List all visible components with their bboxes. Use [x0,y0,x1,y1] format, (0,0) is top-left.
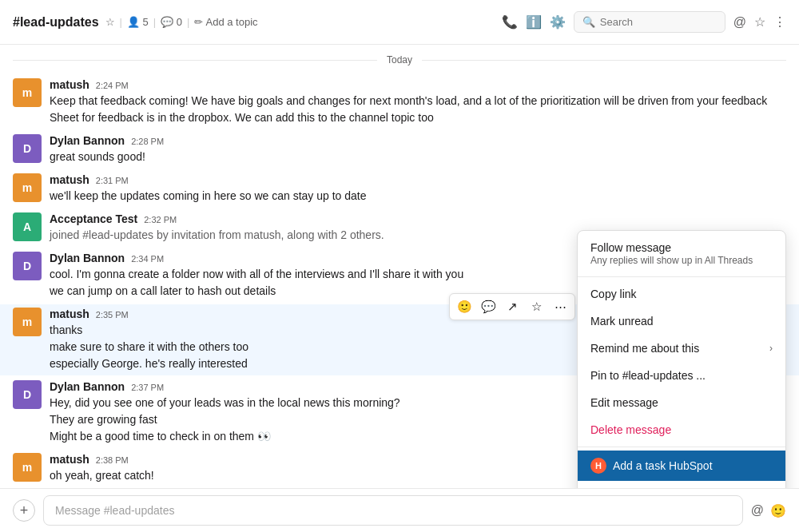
menu-divider [578,447,785,447]
message-time: 2:37 PM [131,383,164,392]
menu-divider [578,276,785,277]
messages-area: Today m matush 2:24 PM Keep that feedbac… [0,45,799,488]
message-author[interactable]: matush [50,308,89,320]
avatar: D [13,134,42,163]
message-text: we'll keep the updates coming in here so… [50,188,786,204]
message-group: m matush 2:31 PM we'll keep the updates … [0,170,799,208]
info-icon[interactable]: ℹ️ [526,14,542,30]
message-group: D Dylan Bannon 2:28 PM great sounds good… [0,131,799,169]
message-time: 2:34 PM [131,254,164,264]
header: #lead-updates ☆ | 👤 5 | 💬 0 | ✏ Add a to… [0,0,799,45]
emoji-compose-icon[interactable]: 🙂 [770,503,786,518]
search-input[interactable] [600,16,717,28]
avatar: m [13,78,42,107]
message-author[interactable]: Dylan Bannon [50,380,125,393]
bookmark-icon[interactable]: ☆ [754,14,765,30]
at-compose-icon[interactable]: @ [751,503,764,518]
message-author[interactable]: Dylan Bannon [50,134,125,147]
message-author[interactable]: matush [50,78,89,91]
star-icon[interactable]: ☆ [105,16,115,28]
message-time: 2:31 PM [96,176,129,185]
threads-count[interactable]: 💬 0 [161,16,182,28]
message-content: matush 2:24 PM Keep that feedback coming… [50,78,786,126]
avatar: D [13,380,42,409]
follow-message-item[interactable]: Follow message Any replies will show up … [578,234,785,273]
search-icon: 🔍 [582,16,595,28]
message-time: 2:35 PM [96,310,129,320]
avatar: D [13,252,42,280]
channel-title[interactable]: #lead-updates [13,15,99,30]
message-author[interactable]: Dylan Bannon [50,252,125,264]
message-time: 2:24 PM [96,81,129,90]
members-icon[interactable]: 👤 5 [127,16,149,28]
header-left: #lead-updates ☆ | 👤 5 | 💬 0 | ✏ Add a to… [13,15,502,30]
pencil-icon: ✏ [194,16,203,28]
pin-item[interactable]: Pin to #lead-updates ... [578,362,785,389]
header-right: 📞 ℹ️ ⚙️ 🔍 @ ☆ ⋮ [502,11,786,33]
date-divider: Today [0,54,799,66]
message-text: great sounds good! [50,149,786,165]
search-box[interactable]: 🔍 [574,11,725,33]
bookmark-btn[interactable]: ☆ [525,296,547,318]
avatar: m [13,308,42,336]
settings-icon[interactable]: ⚙️ [550,14,566,30]
message-group: m matush 2:24 PM Keep that feedback comi… [0,75,799,129]
delete-message-item[interactable]: Delete message [578,416,785,443]
share-btn[interactable]: ↗ [501,296,523,318]
compose-bar: + Message #lead-updates @ 🙂 [0,488,799,532]
mark-unread-item[interactable]: Mark unread [578,308,785,335]
phone-icon[interactable]: 📞 [502,14,518,30]
message-time: 2:28 PM [131,137,164,146]
message-author[interactable]: matush [50,453,89,466]
add-topic-btn[interactable]: ✏ Add a topic [194,16,257,28]
at-icon[interactable]: @ [733,15,746,30]
hubspot-item[interactable]: H Add a task HubSpot [578,451,785,481]
emoji-btn[interactable]: 🙂 [453,296,475,318]
chevron-right-icon: › [769,343,773,354]
compose-input[interactable]: Message #lead-updates [43,495,743,526]
message-time: 2:32 PM [144,215,177,224]
context-menu: Follow message Any replies will show up … [577,230,786,488]
more-actions-item[interactable]: More message actions... [578,481,785,488]
message-text: Sheet for feedback is in the dropbox. We… [50,109,786,126]
avatar: m [13,173,42,202]
copy-link-item[interactable]: Copy link [578,280,785,308]
remind-item[interactable]: Remind me about this › [578,335,785,362]
message-content: matush 2:31 PM we'll keep the updates co… [50,173,786,204]
more-icon[interactable]: ⋮ [773,14,786,30]
more-actions-btn[interactable]: ⋯ [549,296,571,318]
message-text: Keep that feedback coming! We have big g… [50,93,786,109]
message-content: Dylan Bannon 2:28 PM great sounds good! [50,134,786,165]
avatar: m [13,453,42,482]
divider3: | [187,16,189,28]
divider2: | [153,16,156,28]
header-meta: ☆ | 👤 5 | 💬 0 | ✏ Add a topic [105,16,258,28]
message-toolbar: 🙂 💬 ↗ ☆ ⋯ [449,293,575,320]
message-time: 2:38 PM [96,455,129,465]
message-author[interactable]: Acceptance Test [50,212,137,225]
compose-right-icons: @ 🙂 [751,503,786,518]
hubspot-icon: H [590,458,606,474]
edit-message-item[interactable]: Edit message [578,389,785,416]
message-author[interactable]: matush [50,173,89,186]
add-button[interactable]: + [13,499,35,522]
avatar: A [13,212,42,241]
divider1: | [120,16,122,28]
reply-btn[interactable]: 💬 [477,296,499,318]
